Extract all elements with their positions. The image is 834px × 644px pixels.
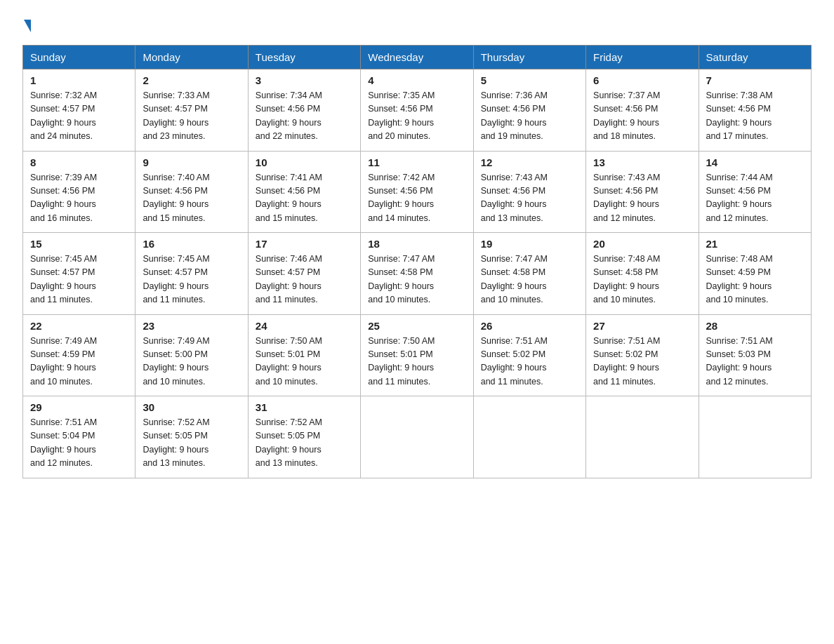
day-info: Sunrise: 7:32 AMSunset: 4:57 PMDaylight:… — [30, 90, 97, 141]
day-number: 6 — [593, 74, 691, 86]
day-info: Sunrise: 7:41 AMSunset: 4:56 PMDaylight:… — [256, 173, 322, 223]
day-number: 27 — [593, 320, 691, 332]
calendar-week-5: 29 Sunrise: 7:51 AMSunset: 5:04 PMDaylig… — [23, 396, 812, 478]
day-number: 23 — [143, 320, 240, 332]
weekday-header-tuesday: Tuesday — [248, 46, 360, 69]
calendar-cell: 14 Sunrise: 7:44 AMSunset: 4:56 PMDaylig… — [699, 151, 811, 233]
calendar-cell: 29 Sunrise: 7:51 AMSunset: 5:04 PMDaylig… — [23, 396, 135, 478]
day-number: 5 — [481, 74, 578, 86]
day-info: Sunrise: 7:43 AMSunset: 4:56 PMDaylight:… — [593, 173, 660, 223]
day-number: 20 — [593, 238, 691, 250]
day-info: Sunrise: 7:45 AMSunset: 4:57 PMDaylight:… — [143, 254, 209, 304]
day-number: 9 — [143, 156, 240, 168]
day-number: 15 — [30, 238, 128, 250]
day-number: 30 — [143, 401, 240, 413]
day-info: Sunrise: 7:40 AMSunset: 4:56 PMDaylight:… — [143, 173, 209, 223]
weekday-header-wednesday: Wednesday — [361, 46, 473, 69]
day-info: Sunrise: 7:52 AMSunset: 5:05 PMDaylight:… — [143, 417, 209, 468]
calendar-cell: 11 Sunrise: 7:42 AMSunset: 4:56 PMDaylig… — [361, 151, 473, 233]
calendar-week-4: 22 Sunrise: 7:49 AMSunset: 4:59 PMDaylig… — [23, 314, 812, 396]
page-header — [22, 17, 812, 32]
calendar-cell: 19 Sunrise: 7:47 AMSunset: 4:58 PMDaylig… — [473, 233, 585, 315]
day-number: 25 — [368, 320, 465, 332]
calendar-cell: 5 Sunrise: 7:36 AMSunset: 4:56 PMDayligh… — [473, 69, 585, 152]
day-number: 12 — [481, 156, 578, 168]
day-number: 26 — [481, 320, 578, 332]
calendar-cell: 10 Sunrise: 7:41 AMSunset: 4:56 PMDaylig… — [248, 151, 360, 233]
weekday-header-row: SundayMondayTuesdayWednesdayThursdayFrid… — [23, 46, 812, 69]
calendar-cell: 27 Sunrise: 7:51 AMSunset: 5:02 PMDaylig… — [586, 314, 699, 396]
day-number: 18 — [368, 238, 465, 250]
calendar-cell: 12 Sunrise: 7:43 AMSunset: 4:56 PMDaylig… — [473, 151, 585, 233]
calendar-cell: 2 Sunrise: 7:33 AMSunset: 4:57 PMDayligh… — [135, 69, 248, 152]
day-info: Sunrise: 7:34 AMSunset: 4:56 PMDaylight:… — [256, 90, 322, 141]
day-info: Sunrise: 7:33 AMSunset: 4:57 PMDaylight:… — [143, 90, 209, 141]
day-info: Sunrise: 7:51 AMSunset: 5:04 PMDaylight:… — [30, 417, 97, 468]
day-number: 17 — [256, 238, 353, 250]
day-info: Sunrise: 7:46 AMSunset: 4:57 PMDaylight:… — [256, 254, 322, 304]
calendar-table: SundayMondayTuesdayWednesdayThursdayFrid… — [22, 45, 812, 478]
day-number: 28 — [706, 320, 804, 332]
day-number: 2 — [143, 74, 240, 86]
calendar-cell — [473, 396, 585, 478]
calendar-cell: 13 Sunrise: 7:43 AMSunset: 4:56 PMDaylig… — [586, 151, 699, 233]
weekday-header-monday: Monday — [135, 46, 248, 69]
calendar-cell: 21 Sunrise: 7:48 AMSunset: 4:59 PMDaylig… — [699, 233, 811, 315]
calendar-cell: 4 Sunrise: 7:35 AMSunset: 4:56 PMDayligh… — [361, 69, 473, 152]
calendar-cell: 23 Sunrise: 7:49 AMSunset: 5:00 PMDaylig… — [135, 314, 248, 396]
calendar-cell — [699, 396, 811, 478]
calendar-cell: 22 Sunrise: 7:49 AMSunset: 4:59 PMDaylig… — [23, 314, 135, 396]
calendar-cell: 30 Sunrise: 7:52 AMSunset: 5:05 PMDaylig… — [135, 396, 248, 478]
calendar-cell: 26 Sunrise: 7:51 AMSunset: 5:02 PMDaylig… — [473, 314, 585, 396]
day-info: Sunrise: 7:51 AMSunset: 5:02 PMDaylight:… — [481, 336, 548, 387]
day-info: Sunrise: 7:45 AMSunset: 4:57 PMDaylight:… — [30, 254, 97, 304]
calendar-cell: 24 Sunrise: 7:50 AMSunset: 5:01 PMDaylig… — [248, 314, 360, 396]
day-info: Sunrise: 7:38 AMSunset: 4:56 PMDaylight:… — [706, 90, 773, 141]
day-info: Sunrise: 7:47 AMSunset: 4:58 PMDaylight:… — [368, 254, 435, 304]
calendar-cell: 31 Sunrise: 7:52 AMSunset: 5:05 PMDaylig… — [248, 396, 360, 478]
day-number: 16 — [143, 238, 240, 250]
day-number: 10 — [256, 156, 353, 168]
day-info: Sunrise: 7:51 AMSunset: 5:03 PMDaylight:… — [706, 336, 773, 387]
calendar-cell: 3 Sunrise: 7:34 AMSunset: 4:56 PMDayligh… — [248, 69, 360, 152]
calendar-week-2: 8 Sunrise: 7:39 AMSunset: 4:56 PMDayligh… — [23, 151, 812, 233]
day-number: 19 — [481, 238, 578, 250]
day-info: Sunrise: 7:52 AMSunset: 5:05 PMDaylight:… — [256, 417, 322, 468]
calendar-cell: 20 Sunrise: 7:48 AMSunset: 4:58 PMDaylig… — [586, 233, 699, 315]
day-info: Sunrise: 7:49 AMSunset: 4:59 PMDaylight:… — [30, 336, 97, 387]
weekday-header-saturday: Saturday — [699, 46, 811, 69]
day-number: 3 — [256, 74, 353, 86]
calendar-cell: 16 Sunrise: 7:45 AMSunset: 4:57 PMDaylig… — [135, 233, 248, 315]
day-number: 7 — [706, 74, 804, 86]
day-info: Sunrise: 7:47 AMSunset: 4:58 PMDaylight:… — [481, 254, 548, 304]
day-number: 4 — [368, 74, 465, 86]
calendar-week-1: 1 Sunrise: 7:32 AMSunset: 4:57 PMDayligh… — [23, 69, 812, 152]
day-number: 11 — [368, 156, 465, 168]
day-info: Sunrise: 7:49 AMSunset: 5:00 PMDaylight:… — [143, 336, 209, 387]
weekday-header-friday: Friday — [586, 46, 699, 69]
calendar-week-3: 15 Sunrise: 7:45 AMSunset: 4:57 PMDaylig… — [23, 233, 812, 315]
day-info: Sunrise: 7:44 AMSunset: 4:56 PMDaylight:… — [706, 173, 773, 223]
day-number: 1 — [30, 74, 128, 86]
day-info: Sunrise: 7:51 AMSunset: 5:02 PMDaylight:… — [593, 336, 660, 387]
day-number: 13 — [593, 156, 691, 168]
calendar-cell: 25 Sunrise: 7:50 AMSunset: 5:01 PMDaylig… — [361, 314, 473, 396]
weekday-header-thursday: Thursday — [473, 46, 585, 69]
day-info: Sunrise: 7:37 AMSunset: 4:56 PMDaylight:… — [593, 90, 660, 141]
day-info: Sunrise: 7:50 AMSunset: 5:01 PMDaylight:… — [256, 336, 322, 387]
calendar-cell — [586, 396, 699, 478]
logo-triangle-icon — [24, 20, 31, 32]
logo — [22, 17, 31, 32]
day-info: Sunrise: 7:36 AMSunset: 4:56 PMDaylight:… — [481, 90, 548, 141]
day-number: 21 — [706, 238, 804, 250]
day-info: Sunrise: 7:35 AMSunset: 4:56 PMDaylight:… — [368, 90, 435, 141]
day-number: 31 — [256, 401, 353, 413]
day-info: Sunrise: 7:43 AMSunset: 4:56 PMDaylight:… — [481, 173, 548, 223]
calendar-cell: 6 Sunrise: 7:37 AMSunset: 4:56 PMDayligh… — [586, 69, 699, 152]
day-info: Sunrise: 7:50 AMSunset: 5:01 PMDaylight:… — [368, 336, 435, 387]
day-number: 14 — [706, 156, 804, 168]
calendar-cell: 7 Sunrise: 7:38 AMSunset: 4:56 PMDayligh… — [699, 69, 811, 152]
weekday-header-sunday: Sunday — [23, 46, 135, 69]
day-number: 29 — [30, 401, 128, 413]
calendar-cell: 15 Sunrise: 7:45 AMSunset: 4:57 PMDaylig… — [23, 233, 135, 315]
